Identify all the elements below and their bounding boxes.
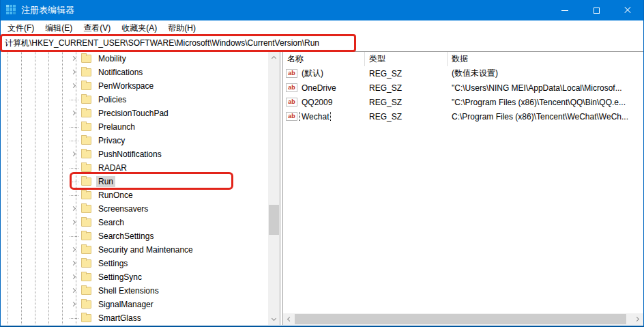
value-row-wechat[interactable]: abWechatREG_SZC:\Program Files (x86)\Ten… xyxy=(283,109,643,124)
chevron-right-icon[interactable] xyxy=(71,274,76,279)
folder-icon xyxy=(81,123,91,131)
registry-tree-panel: MobilityNotificationsPenWorkspacePolicie… xyxy=(1,52,280,325)
tree-item-screensavers[interactable]: Screensavers xyxy=(1,202,268,216)
chevron-right-icon[interactable] xyxy=(71,220,76,225)
value-name[interactable]: QQ2009 xyxy=(300,98,334,107)
tree-item-policies[interactable]: Policies xyxy=(1,93,268,106)
chevron-right-icon[interactable] xyxy=(71,247,76,252)
tree-item-run[interactable]: Run xyxy=(1,175,268,188)
chevron-right-icon[interactable] xyxy=(71,56,76,61)
list-horizontal-scrollbar[interactable] xyxy=(283,313,643,325)
string-value-icon: ab xyxy=(286,83,297,92)
tree-item-label[interactable]: SettingSync xyxy=(96,272,144,283)
tree-connector xyxy=(70,182,78,182)
folder-icon xyxy=(81,55,91,63)
string-value-icon: ab xyxy=(286,98,297,106)
tree-item-privacy[interactable]: Privacy xyxy=(1,134,268,147)
value-row-qq2009[interactable]: abQQ2009REG_SZ"C:\Program Files (x86)\Te… xyxy=(283,95,643,109)
close-button[interactable] xyxy=(612,0,643,20)
column-header-data[interactable]: 数据 xyxy=(448,52,643,66)
value-name[interactable]: (默认) xyxy=(300,68,325,79)
tree-item-label[interactable]: SignalManager xyxy=(96,299,156,310)
column-header-type[interactable]: 类型 xyxy=(365,52,448,66)
chevron-right-icon[interactable] xyxy=(71,111,76,115)
tree-item-label[interactable]: Policies xyxy=(96,94,128,105)
scroll-up-button[interactable] xyxy=(268,52,280,63)
tree-item-penworkspace[interactable]: PenWorkspace xyxy=(1,79,268,93)
tree-item-label[interactable]: Prelaunch xyxy=(96,122,137,132)
tree-item-radar[interactable]: RADAR xyxy=(1,161,268,175)
tree-item-signalmanager[interactable]: SignalManager xyxy=(1,298,268,311)
chevron-right-icon[interactable] xyxy=(71,261,76,266)
scroll-right-button[interactable] xyxy=(632,313,643,325)
chevron-right-icon[interactable] xyxy=(71,70,76,74)
tree-item-mobility[interactable]: Mobility xyxy=(1,52,268,66)
folder-icon xyxy=(81,96,91,104)
chevron-right-icon[interactable] xyxy=(71,206,76,211)
minimize-button[interactable] xyxy=(549,0,581,20)
value-row-onedrive[interactable]: abOneDriveREG_SZ"C:\Users\NING MEI\AppDa… xyxy=(283,81,643,95)
tree-item-label[interactable]: SearchSettings xyxy=(96,231,156,242)
address-path: 计算机\HKEY_CURRENT_USER\SOFTWARE\Microsoft… xyxy=(5,38,319,49)
folder-icon xyxy=(81,82,91,90)
scroll-down-button[interactable] xyxy=(268,313,280,325)
tree-item-label[interactable]: Run xyxy=(96,176,115,187)
value-data: (数值未设置) xyxy=(448,68,643,79)
tree-item-label[interactable]: Settings xyxy=(96,258,130,269)
tree-item-search[interactable]: Search xyxy=(1,216,268,229)
menu-item-h[interactable]: 帮助(H) xyxy=(162,21,201,35)
tree-item-smartglass[interactable]: SmartGlass xyxy=(1,311,268,325)
menu-item-f[interactable]: 文件(F) xyxy=(2,21,40,35)
tree-item-label[interactable]: SmartGlass xyxy=(96,313,143,324)
tree-item-label[interactable]: PenWorkspace xyxy=(96,81,156,91)
tree-item-precisiontouchpad[interactable]: PrecisionTouchPad xyxy=(1,106,268,120)
tree-item-security-and-maintenance[interactable]: Security and Maintenance xyxy=(1,243,268,257)
menu-item-a[interactable]: 收藏夹(A) xyxy=(116,21,162,35)
horizontal-scroll-thumb[interactable] xyxy=(295,314,626,324)
tree-item-prelaunch[interactable]: Prelaunch xyxy=(1,120,268,134)
value-name[interactable]: Wechat xyxy=(300,112,330,122)
tree-item-searchsettings[interactable]: SearchSettings xyxy=(1,229,268,243)
chevron-right-icon[interactable] xyxy=(71,288,76,293)
folder-icon xyxy=(81,232,91,240)
folder-icon xyxy=(81,109,91,117)
tree-connector xyxy=(70,100,78,100)
maximize-button[interactable] xyxy=(581,0,612,20)
tree-item-label[interactable]: PrecisionTouchPad xyxy=(96,108,171,119)
tree-item-label[interactable]: Privacy xyxy=(96,135,127,146)
tree-item-label[interactable]: RADAR xyxy=(96,162,129,173)
folder-icon xyxy=(81,68,91,76)
tree-item-label[interactable]: Screensavers xyxy=(96,203,150,214)
tree-item-label[interactable]: RunOnce xyxy=(96,190,135,201)
folder-icon xyxy=(81,191,91,199)
tree-item-label[interactable]: Security and Maintenance xyxy=(96,244,195,255)
tree-item-settingsync[interactable]: SettingSync xyxy=(1,270,268,284)
tree-item-label[interactable]: Mobility xyxy=(96,53,128,64)
address-bar[interactable]: 计算机\HKEY_CURRENT_USER\SOFTWARE\Microsoft… xyxy=(1,35,643,52)
scroll-left-button[interactable] xyxy=(283,313,295,325)
tree-connector xyxy=(70,318,78,319)
chevron-right-icon[interactable] xyxy=(71,83,76,88)
tree-item-runonce[interactable]: RunOnce xyxy=(1,188,268,202)
tree-item-label[interactable]: Shell Extensions xyxy=(96,285,161,296)
tree-item-settings[interactable]: Settings xyxy=(1,257,268,270)
tree-item-label[interactable]: PushNotifications xyxy=(96,149,164,160)
menu-item-e[interactable]: 编辑(E) xyxy=(40,21,78,35)
column-header-name[interactable]: 名称 xyxy=(283,52,365,66)
tree-item-shell-extensions[interactable]: Shell Extensions xyxy=(1,284,268,298)
tree-vertical-scrollbar[interactable] xyxy=(268,52,280,325)
tree-item-notifications[interactable]: Notifications xyxy=(1,66,268,79)
chevron-right-icon[interactable] xyxy=(71,302,76,307)
tree-item-pushnotifications[interactable]: PushNotifications xyxy=(1,147,268,161)
value-row-[interactable]: ab(默认)REG_SZ(数值未设置) xyxy=(283,66,643,81)
value-name[interactable]: OneDrive xyxy=(300,83,338,93)
list-header: 名称 类型 数据 xyxy=(283,52,643,66)
vertical-scroll-thumb[interactable] xyxy=(269,205,279,235)
chevron-left-icon xyxy=(287,317,292,322)
value-name-cell: abQQ2009 xyxy=(283,98,365,107)
tree-item-label[interactable]: Notifications xyxy=(96,67,145,78)
window-controls xyxy=(549,0,643,20)
menu-item-v[interactable]: 查看(V) xyxy=(78,21,116,35)
tree-item-label[interactable]: Search xyxy=(96,217,126,228)
chevron-right-icon[interactable] xyxy=(71,152,76,156)
